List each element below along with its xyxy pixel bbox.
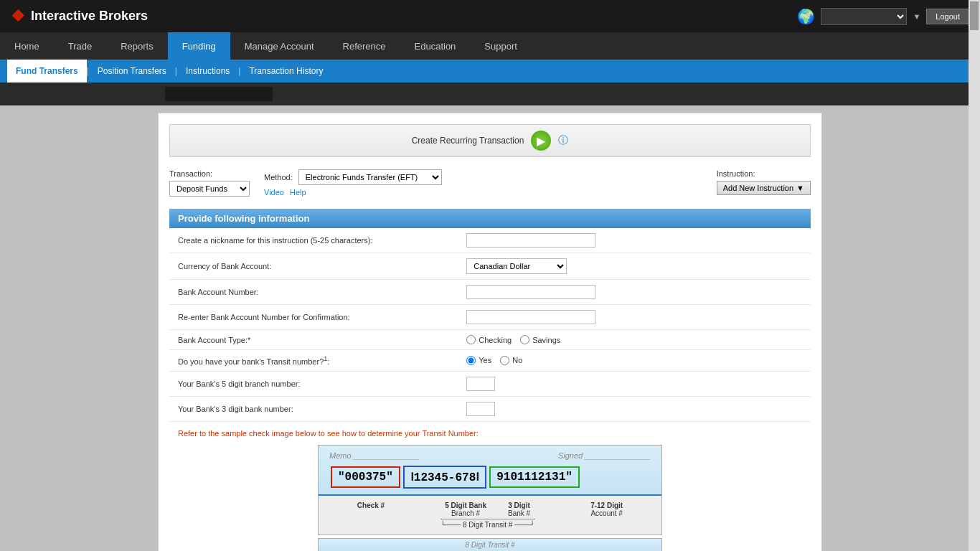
account-label2: Account # — [590, 509, 623, 517]
yes-radio-label[interactable]: Yes — [466, 356, 491, 365]
check-label-account: 7-12 Digit Account # — [590, 501, 623, 529]
nav-reference[interactable]: Reference — [329, 32, 400, 60]
check-label-transit-group: 5 Digit Bank Branch # 3 Digit Bank # └──… — [440, 501, 535, 529]
recurring-info-icon[interactable]: ⓘ — [558, 134, 568, 147]
check-account-number: 9101112131" — [489, 466, 580, 488]
transit-label-combined: └─── 8 Digit Transit # ───┘ — [440, 519, 535, 529]
nav-support[interactable]: Support — [470, 32, 532, 60]
instruction-dropdown-button[interactable]: Add New Instruction ▼ — [717, 181, 811, 195]
check-routing-number: "000375" — [331, 466, 400, 488]
signed-text: Signed _______________ — [558, 451, 651, 460]
table-row: Re-enter Bank Account Number for Confirm… — [169, 305, 811, 330]
nav-trade[interactable]: Trade — [54, 32, 106, 60]
confirm-account-input[interactable] — [466, 310, 595, 324]
page-content: Create Recurring Transaction ▶ ⓘ Transac… — [0, 105, 980, 551]
bank-number-label: Your Bank's 3 digit bank number: — [169, 396, 458, 421]
check-image: Memo _______________ Signed ____________… — [318, 445, 662, 535]
nickname-input[interactable] — [466, 233, 595, 248]
check-bottom: Check # 5 Digit Bank Branch # 3 Digi — [319, 496, 661, 534]
checking-radio[interactable] — [466, 335, 476, 344]
globe-icon: 🌍 — [797, 8, 815, 25]
account-number-label: Bank Account Number: — [169, 280, 458, 305]
form-table: Create a nickname for this instruction (… — [169, 228, 811, 422]
savings-radio-label[interactable]: Savings — [520, 335, 560, 344]
second-check-text: 8 Digit Transit # — [465, 541, 514, 549]
logo: ❖ Interactive Brokers — [11, 7, 148, 26]
savings-label: Savings — [532, 336, 560, 344]
check-section: Refer to the sample check image below to… — [169, 422, 811, 551]
nav-home[interactable]: Home — [0, 32, 54, 60]
dropdown-arrow: ▼ — [913, 12, 920, 21]
check-top: Memo _______________ Signed ____________… — [319, 446, 661, 496]
instruction-value: Add New Instruction — [723, 184, 793, 192]
recurring-toggle-button[interactable]: ▶ — [531, 131, 551, 151]
recurring-label: Create Recurring Transaction — [412, 136, 524, 146]
account-bar — [0, 83, 980, 105]
account-dropdown[interactable] — [821, 8, 907, 25]
currency-select[interactable]: Canadian Dollar US Dollar Euro British P… — [466, 258, 567, 274]
branch-number-cell — [458, 371, 811, 396]
refer-link[interactable]: check image below to see how to determin… — [249, 429, 479, 438]
transaction-group: Transaction: Deposit Funds Withdraw Fund… — [169, 169, 250, 197]
nav-manage-account[interactable]: Manage Account — [230, 32, 329, 60]
logo-icon: ❖ — [11, 7, 25, 26]
method-select[interactable]: Electronic Funds Transfer (EFT) Wire Tra… — [298, 169, 442, 185]
check-memo-signed: Memo _______________ Signed ____________… — [329, 451, 651, 460]
yes-label: Yes — [479, 356, 491, 364]
5digit-label: 5 Digit Bank — [445, 501, 486, 509]
account-selector[interactable] — [165, 87, 273, 101]
check-label-3digit: 3 Digit Bank # — [508, 501, 530, 517]
savings-radio[interactable] — [520, 335, 529, 344]
second-check-partial: 8 Digit Transit # — [178, 538, 802, 551]
bank-number-input[interactable] — [466, 402, 495, 416]
check-label-check: Check # — [357, 501, 385, 529]
currency-cell: Canadian Dollar US Dollar Euro British P… — [458, 253, 811, 280]
memo-text: Memo _______________ — [329, 451, 419, 460]
form-header-row: Transaction: Deposit Funds Withdraw Fund… — [169, 166, 811, 200]
no-radio[interactable] — [500, 356, 509, 365]
3digit-label: 3 Digit — [508, 501, 530, 509]
checking-radio-label[interactable]: Checking — [466, 335, 512, 344]
branch-number-input[interactable] — [466, 377, 495, 391]
top-bar: ❖ Interactive Brokers 🌍 ▼ Logout — [0, 0, 980, 32]
main-panel: Create Recurring Transaction ▶ ⓘ Transac… — [158, 113, 822, 551]
logout-button[interactable]: Logout — [926, 9, 969, 24]
table-row: Do you have your bank's Transit number?1… — [169, 350, 811, 372]
check-numbers: "000375" ⁞12345-678⁞ 9101112131" — [329, 466, 651, 489]
subnav-transaction-history[interactable]: Transaction History — [240, 60, 331, 83]
method-links: Video Help — [264, 188, 442, 197]
help-link[interactable]: Help — [290, 188, 306, 197]
subnav-fund-transfers[interactable]: Fund Transfers — [7, 60, 87, 83]
check-image-container: Memo _______________ Signed ____________… — [178, 445, 802, 535]
nickname-label: Create a nickname for this instruction (… — [169, 228, 458, 253]
scrollbar-track[interactable] — [969, 0, 980, 551]
scrollbar-thumb[interactable] — [970, 1, 979, 30]
subnav-instructions[interactable]: Instructions — [177, 60, 238, 83]
confirm-account-cell — [458, 305, 811, 330]
method-label: Method: — [264, 173, 293, 182]
transit-question-cell: Yes No — [458, 350, 811, 372]
yes-radio[interactable] — [466, 356, 476, 365]
branch-number-label: Your Bank's 5 digit branch number: — [169, 371, 458, 396]
transit-radio-group: Yes No — [466, 356, 802, 365]
table-row: Bank Account Number: — [169, 280, 811, 305]
video-link[interactable]: Video — [264, 188, 284, 197]
nav-funding[interactable]: Funding — [168, 32, 230, 60]
currency-label: Currency of Bank Account: — [169, 253, 458, 280]
account-type-cell: Checking Savings — [458, 330, 811, 350]
checking-label: Checking — [479, 336, 512, 344]
check-sublabels: 5 Digit Bank Branch # 3 Digit Bank # — [445, 501, 530, 517]
nav-reports[interactable]: Reports — [106, 32, 168, 60]
no-radio-label[interactable]: No — [500, 356, 522, 365]
transaction-select[interactable]: Deposit Funds Withdraw Funds — [169, 181, 250, 197]
refer-prefix: Refer to the sample — [178, 429, 249, 438]
account-number-cell — [458, 280, 811, 305]
account-number-input[interactable] — [466, 285, 595, 299]
bank-number-cell — [458, 396, 811, 421]
transaction-label: Transaction: — [169, 169, 250, 178]
confirm-account-label: Re-enter Bank Account Number for Confirm… — [169, 305, 458, 330]
subnav-position-transfers[interactable]: Position Transfers — [89, 60, 175, 83]
nav-education[interactable]: Education — [400, 32, 471, 60]
5digit-label2: Branch # — [445, 509, 486, 517]
table-row: Create a nickname for this instruction (… — [169, 228, 811, 253]
